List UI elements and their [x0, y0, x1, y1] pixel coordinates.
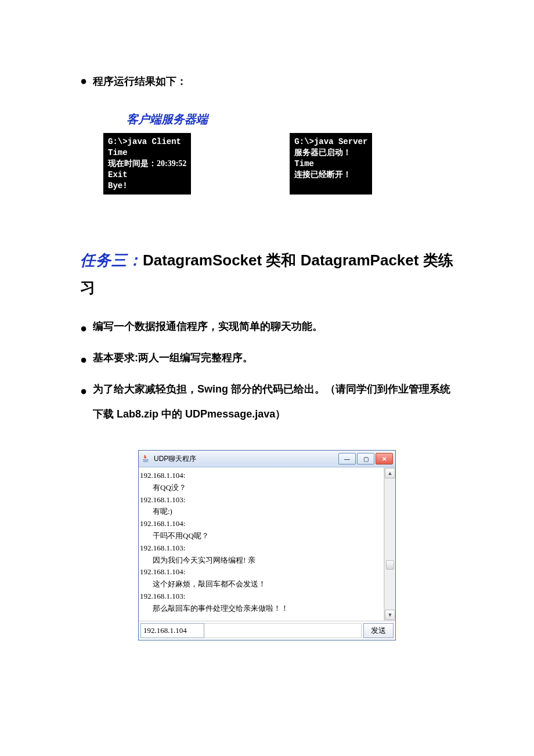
client-server-label: 客户端服务器端 — [127, 113, 208, 125]
client-line-1: Time — [108, 148, 128, 157]
udp-chat-window: UDP聊天程序 — ▢ ✕ 192.168.1.104: 有QQ没？ 192.1… — [138, 450, 396, 640]
client-line-2: 现在时间是：20:39:52 — [108, 159, 186, 168]
chat-log: 192.168.1.104: 有QQ没？ 192.168.1.103: 有呢:)… — [139, 467, 384, 621]
terminal-row: G:\>java Client Time 现在时间是：20:39:52 Exit… — [103, 133, 454, 195]
scroll-thumb[interactable] — [386, 560, 394, 570]
window-title: UDP聊天程序 — [154, 454, 196, 464]
terminal-labels: 客户端服务器端 — [127, 111, 454, 127]
titlebar[interactable]: UDP聊天程序 — ▢ ✕ — [139, 451, 395, 467]
client-line-0: G:\>java Client — [108, 137, 181, 146]
chat-ip: 192.168.1.103: — [140, 542, 383, 555]
server-line-0: G:\>java Server — [294, 137, 367, 146]
bullet-2-text: 基本要求:两人一组编写完整程序。 — [93, 345, 454, 370]
chat-ip: 192.168.1.104: — [140, 566, 383, 578]
chat-msg: 有QQ没？ — [140, 482, 383, 494]
task-prefix: 任务三： — [80, 251, 143, 269]
scroll-track[interactable] — [386, 479, 394, 609]
chat-msg: 因为我们今天实习网络编程! 亲 — [140, 555, 383, 567]
maximize-button[interactable]: ▢ — [357, 453, 374, 465]
server-line-1: 服务器已启动！ — [294, 148, 351, 157]
message-input[interactable] — [204, 623, 362, 638]
intro-bullet: ● 程序运行结果如下： — [80, 74, 454, 88]
task-heading: 任务三：DatagramSocket 类和 DatagramPacket 类练习 — [80, 247, 454, 301]
scroll-down-icon[interactable]: ▼ — [385, 610, 395, 620]
chat-ip: 192.168.1.103: — [140, 591, 383, 603]
up-arrow: ▲ — [388, 470, 393, 476]
chat-ip: 192.168.1.104: — [140, 470, 383, 482]
bullet-1-text: 编写一个数据报通信程序，实现简单的聊天功能。 — [93, 314, 454, 339]
client-terminal: G:\>java Client Time 现在时间是：20:39:52 Exit… — [103, 133, 191, 195]
chat-msg: 干吗不用QQ呢？ — [140, 530, 383, 542]
client-line-4: Bye! — [108, 181, 128, 190]
down-arrow: ▼ — [388, 612, 393, 618]
chat-ip: 192.168.1.104: — [140, 518, 383, 530]
bullet-1: ● 编写一个数据报通信程序，实现简单的聊天功能。 — [80, 314, 454, 342]
input-bar: 192.168.1.104 发送 — [139, 621, 395, 640]
minimize-button[interactable]: — — [338, 453, 356, 465]
minimize-icon: — — [344, 456, 350, 462]
java-icon — [141, 454, 150, 463]
bullet-3: ● 为了给大家减轻负担，Swing 部分的代码已给出。（请同学们到作业管理系统下… — [80, 377, 454, 427]
window-buttons: — ▢ ✕ — [338, 453, 393, 465]
server-line-2: Time — [294, 159, 314, 168]
bullet-dot: ● — [80, 314, 87, 342]
intro-text: 程序运行结果如下： — [93, 74, 187, 88]
chat-ip: 192.168.1.103: — [140, 494, 383, 506]
task-bullets: ● 编写一个数据报通信程序，实现简单的聊天功能。 ● 基本要求:两人一组编写完整… — [80, 314, 454, 427]
bullet-2: ● 基本要求:两人一组编写完整程序。 — [80, 345, 454, 373]
chat-msg: 这个好麻烦，敲回车都不会发送！ — [140, 578, 383, 591]
close-button[interactable]: ✕ — [376, 453, 393, 465]
bullet-dot: ● — [80, 377, 87, 405]
chat-body: 192.168.1.104: 有QQ没？ 192.168.1.103: 有呢:)… — [139, 467, 395, 621]
send-button[interactable]: 发送 — [363, 623, 394, 638]
scroll-up-icon[interactable]: ▲ — [385, 468, 395, 478]
maximize-icon: ▢ — [363, 456, 369, 462]
close-icon: ✕ — [382, 456, 387, 462]
bullet-dot: ● — [80, 75, 87, 87]
chat-msg: 有呢:) — [140, 506, 383, 518]
document-page: ● 程序运行结果如下： 客户端服务器端 G:\>java Client Time… — [0, 0, 534, 687]
chat-msg: 那么敲回车的事件处理交给亲来做啦！！ — [140, 603, 383, 615]
server-line-3: 连接已经断开！ — [294, 170, 351, 179]
send-label: 发送 — [371, 625, 386, 636]
scrollbar[interactable]: ▲ ▼ — [384, 467, 395, 621]
client-line-3: Exit — [108, 170, 128, 179]
bullet-dot: ● — [80, 345, 87, 373]
bullet-3-text: 为了给大家减轻负担，Swing 部分的代码已给出。（请同学们到作业管理系统下载 … — [93, 377, 454, 427]
server-terminal: G:\>java Server 服务器已启动！ Time 连接已经断开！ — [290, 133, 372, 195]
ip-input[interactable]: 192.168.1.104 — [140, 623, 204, 638]
